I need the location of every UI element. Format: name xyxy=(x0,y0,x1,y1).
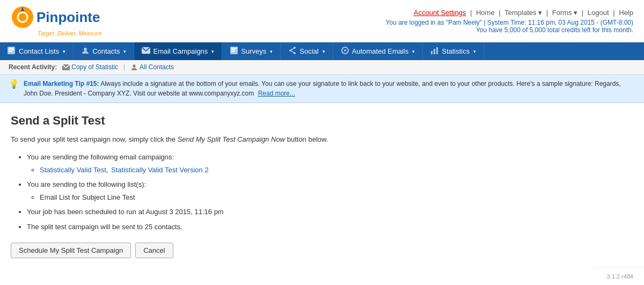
list-item: Statistically Valid Test, Statistically … xyxy=(40,165,633,176)
recent-activity-label: Recent Activity: xyxy=(9,63,57,71)
svg-rect-6 xyxy=(9,51,12,52)
automated-emails-arrow: ▾ xyxy=(412,49,415,54)
logo-tagline: Target. Deliver. Measure. xyxy=(11,30,104,36)
recent-email-icon xyxy=(62,64,70,70)
tip-intro: Email Marketing Tip #15: xyxy=(24,80,99,87)
tip-box: 💡 Email Marketing Tip #15: Always includ… xyxy=(0,75,644,103)
nav-surveys-label: Surveys xyxy=(241,47,266,55)
user-info: You are logged in as "Pam Neely" | Syste… xyxy=(386,19,633,34)
bullet-lists-text: You are sending to the following list(s)… xyxy=(27,180,146,188)
forms-link[interactable]: Forms ▾ xyxy=(552,9,577,17)
main-content: Send a Split Test To send your split tes… xyxy=(0,103,644,269)
cancel-button[interactable]: Cancel xyxy=(135,243,173,258)
home-link[interactable]: Home xyxy=(476,9,495,17)
bullet-contacts-text: The split test campaign will be sent to … xyxy=(27,223,182,231)
bullet-campaigns-text: You are sending the following email camp… xyxy=(27,153,174,161)
campaign-link-2[interactable]: Statistically Valid Test Version 2 xyxy=(111,166,209,174)
recent-contacts-icon xyxy=(130,64,138,71)
nav-social[interactable]: Social ▾ xyxy=(281,42,333,60)
logo-text: Pinpointe xyxy=(36,9,100,26)
svg-line-17 xyxy=(290,50,295,53)
user-info-line2: You have 5,000 of 5,000 total credits le… xyxy=(386,26,633,34)
page-header: Pinpointe Target. Deliver. Measure. Acco… xyxy=(0,0,644,42)
svg-rect-12 xyxy=(231,51,235,52)
list-item: Email List for Subject Line Test xyxy=(40,192,633,203)
list-item: You are sending to the following list(s)… xyxy=(27,179,633,202)
svg-point-7 xyxy=(84,48,87,51)
top-nav-links: Account Settings | Home | Templates ▾ | … xyxy=(386,9,633,17)
email-campaigns-icon xyxy=(142,47,150,56)
logo-area: Pinpointe Target. Deliver. Measure. xyxy=(11,5,104,36)
statistics-icon xyxy=(430,47,439,56)
tip-text: Email Marketing Tip #15: Always include … xyxy=(24,79,635,98)
nav-email-campaigns[interactable]: Email Campaigns ▾ xyxy=(134,42,222,60)
recent-item-contacts-label: All Contacts xyxy=(140,63,174,71)
main-nav: Contact Lists ▾ Contacts ▾ Email Campaig… xyxy=(0,42,644,60)
logo[interactable]: Pinpointe xyxy=(11,5,104,29)
tip-read-more[interactable]: Read more... xyxy=(258,90,295,97)
svg-rect-20 xyxy=(431,51,433,54)
bullet-list: You are sending the following email camp… xyxy=(11,152,633,232)
social-icon xyxy=(288,47,297,56)
statistics-arrow: ▾ xyxy=(473,49,476,54)
logout-link[interactable]: Logout xyxy=(588,9,609,17)
svg-line-16 xyxy=(290,48,295,50)
campaign-link-1[interactable]: Statistically Valid Test xyxy=(40,166,106,174)
user-info-line1: You are logged in as "Pam Neely" | Syste… xyxy=(386,19,633,26)
surveys-icon xyxy=(230,47,238,56)
contacts-arrow: ▾ xyxy=(123,49,126,54)
social-arrow: ▾ xyxy=(323,49,325,54)
svg-rect-21 xyxy=(434,49,435,54)
svg-point-19 xyxy=(344,49,346,52)
svg-rect-22 xyxy=(436,47,438,54)
nav-automated-emails-label: Automated Emails xyxy=(352,47,409,55)
recent-activity-bar: Recent Activity: Copy of Statistic | All… xyxy=(0,60,644,75)
svg-point-24 xyxy=(133,64,135,67)
nav-statistics-label: Statistics xyxy=(442,47,470,55)
svg-rect-11 xyxy=(231,49,236,50)
email-campaigns-arrow: ▾ xyxy=(211,49,214,54)
contacts-icon xyxy=(81,47,90,56)
intro-text: To send your split test campaign now, si… xyxy=(11,135,633,143)
templates-link[interactable]: Templates ▾ xyxy=(504,9,542,17)
list-item: You are sending the following email camp… xyxy=(27,152,633,175)
nav-contacts-label: Contacts xyxy=(92,47,120,55)
nav-contact-lists[interactable]: Contact Lists ▾ xyxy=(0,42,74,60)
account-settings-link[interactable]: Account Settings xyxy=(414,9,466,17)
nav-surveys[interactable]: Surveys ▾ xyxy=(222,42,281,60)
nav-contact-lists-label: Contact Lists xyxy=(19,47,59,55)
intro-end: button below. xyxy=(285,135,328,143)
nav-automated-emails[interactable]: Automated Emails ▾ xyxy=(333,42,423,60)
action-buttons: Schedule My Split Test Campaign Cancel xyxy=(11,243,633,258)
tip-body: Always include a signature at the bottom… xyxy=(24,80,621,97)
nav-contacts[interactable]: Contacts ▾ xyxy=(74,42,134,60)
svg-rect-5 xyxy=(9,49,14,50)
list-item: The split test campaign will be sent to … xyxy=(27,222,633,232)
svg-rect-4 xyxy=(9,48,14,49)
top-nav: Account Settings | Home | Templates ▾ | … xyxy=(386,9,633,34)
tip-icon: 💡 xyxy=(9,79,19,89)
page-title: Send a Split Test xyxy=(11,114,633,128)
list-item: Your job has been scheduled to run at Au… xyxy=(27,207,633,217)
bullet-schedule-text: Your job has been scheduled to run at Au… xyxy=(27,208,224,216)
nav-email-campaigns-label: Email Campaigns xyxy=(153,47,208,55)
automated-emails-icon xyxy=(341,47,349,56)
nav-statistics[interactable]: Statistics ▾ xyxy=(423,42,484,60)
list-name: Email List for Subject Line Test xyxy=(40,193,135,201)
schedule-button[interactable]: Schedule My Split Test Campaign xyxy=(11,243,131,258)
footer: 3.1.2 r484 xyxy=(596,267,644,269)
surveys-arrow: ▾ xyxy=(270,49,273,54)
intro-plain: To send your split test campaign now, si… xyxy=(11,135,178,143)
intro-bold: Send My Split Test Campaign Now xyxy=(178,135,285,143)
svg-rect-10 xyxy=(231,48,237,49)
recent-copy-of-statistic[interactable]: Copy of Statistic xyxy=(62,63,118,71)
recent-item-statistic-label: Copy of Statistic xyxy=(71,63,118,71)
nav-social-label: Social xyxy=(299,47,318,55)
help-link[interactable]: Help xyxy=(619,9,633,17)
contact-lists-arrow: ▾ xyxy=(63,49,65,54)
logo-icon: Pinpointe xyxy=(11,5,100,29)
recent-all-contacts[interactable]: All Contacts xyxy=(130,63,174,71)
contact-lists-icon xyxy=(8,47,16,56)
